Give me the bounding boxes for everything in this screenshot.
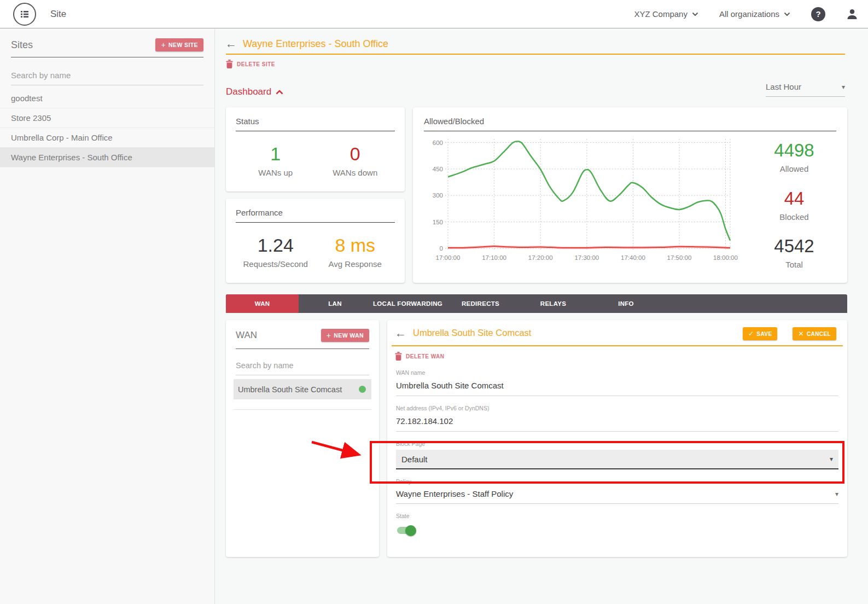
- wan-search-input[interactable]: [236, 360, 369, 375]
- requests-per-second-value: 1.24: [236, 236, 316, 254]
- wan-name-input[interactable]: [396, 381, 838, 390]
- chevron-up-icon: [276, 90, 283, 95]
- performance-card: Performance 1.24 Requests/Second 8 ms Av…: [226, 199, 405, 283]
- state-toggle-on[interactable]: [397, 527, 415, 534]
- svg-text:17:00:00: 17:00:00: [436, 254, 461, 261]
- requests-per-second-label: Requests/Second: [236, 259, 316, 269]
- dashboard-toggle[interactable]: Dashboard: [226, 86, 283, 97]
- dashboard-label: Dashboard: [226, 86, 271, 97]
- svg-text:17:10:00: 17:10:00: [482, 254, 506, 261]
- block-page-select[interactable]: Default ▾: [396, 450, 838, 469]
- svg-text:17:50:00: 17:50:00: [667, 254, 692, 261]
- avg-response-value: 8 ms: [316, 236, 395, 254]
- site-list-item[interactable]: Store 2305: [0, 108, 214, 128]
- page: Site XYZ Company All organizations ?: [0, 0, 868, 604]
- site-list-item[interactable]: goodtest: [0, 89, 214, 108]
- wan-list-card: WAN + NEW WAN Umbrella South Site Comcas…: [226, 320, 379, 557]
- time-range-select[interactable]: Last Hour ▾: [766, 82, 845, 97]
- delete-site-button[interactable]: DELETE SITE: [226, 60, 275, 68]
- sites-search: [11, 69, 203, 85]
- page-title: Site: [50, 9, 66, 20]
- help-icon[interactable]: ?: [811, 7, 825, 21]
- wan-search: [236, 360, 369, 375]
- site-list-item-selected[interactable]: Wayne Enterprises - South Office: [0, 148, 214, 167]
- field-underline: [396, 431, 838, 432]
- status-card-title: Status: [236, 117, 395, 126]
- tab-wan[interactable]: WAN: [226, 294, 299, 313]
- topbar: Site XYZ Company All organizations ?: [0, 0, 868, 28]
- net-address-input[interactable]: [396, 416, 838, 426]
- toggle-knob: [405, 525, 416, 536]
- total-label: Total: [774, 260, 814, 269]
- performance-card-title: Performance: [236, 208, 395, 217]
- site-title-underline: [226, 54, 845, 55]
- time-range-value: Last Hour: [766, 82, 801, 91]
- svg-text:450: 450: [433, 166, 443, 172]
- wan-back-button[interactable]: ←: [395, 327, 406, 339]
- caret-down-icon: ▾: [835, 490, 838, 498]
- site-tabs: WAN LAN LOCAL FORWARDING REDIRECTS RELAY…: [226, 294, 847, 313]
- tab-lan[interactable]: LAN: [299, 294, 371, 313]
- main-menu-button[interactable]: [13, 3, 36, 26]
- chart-summary: 4498 Allowed 44 Blocked 4542 Total: [752, 133, 836, 275]
- net-address-label: Net address (IPv4, IPv6 or DynDNS): [396, 405, 838, 411]
- wan-list-item-selected[interactable]: Umbrella South Site Comcast: [234, 379, 371, 399]
- card-title-divider: [236, 222, 395, 223]
- sites-sidebar: Sites + NEW SITE goodtest Store 2305 Umb…: [0, 29, 215, 604]
- wans-up-value: 1: [236, 144, 316, 163]
- policy-select[interactable]: Wayne Enterprises - Staff Policy ▾: [396, 489, 838, 504]
- allowed-total-label: Allowed: [774, 164, 814, 173]
- caret-down-icon: ▾: [830, 455, 833, 463]
- wan-detail-title: Umbrella South Site Comcast: [413, 328, 531, 338]
- policy-value: Wayne Enterprises - Staff Policy: [396, 489, 513, 498]
- policy-label: Policy: [396, 478, 838, 485]
- company-selector[interactable]: XYZ Company: [634, 9, 698, 19]
- new-wan-button[interactable]: + NEW WAN: [321, 329, 369, 342]
- topbar-right: XYZ Company All organizations ?: [634, 7, 858, 21]
- caret-down-icon: ▾: [842, 83, 845, 91]
- plus-icon: +: [161, 42, 166, 48]
- avg-response-label: Avg Response: [316, 259, 395, 269]
- online-status-dot: [359, 386, 366, 393]
- allowed-total-value: 4498: [774, 141, 814, 159]
- chevron-down-icon: [692, 12, 698, 16]
- chevron-down-icon: [784, 12, 790, 16]
- wan-name-label: WAN name: [396, 369, 838, 376]
- status-card: Status 1 WANs up 0 WANs down: [226, 107, 405, 191]
- tab-redirects[interactable]: REDIRECTS: [444, 294, 517, 313]
- sites-title: Sites: [11, 39, 33, 51]
- allowed-blocked-chart: 015030045060017:00:0017:10:0017:20:0017:…: [424, 133, 752, 275]
- allowed-blocked-card: Allowed/Blocked 015030045060017:00:0017:…: [413, 107, 847, 283]
- wans-down-label: WANs down: [316, 168, 395, 177]
- cancel-button[interactable]: ✕ CANCEL: [793, 327, 836, 340]
- save-button[interactable]: ✓ SAVE: [743, 327, 778, 340]
- tab-relays[interactable]: RELAYS: [517, 294, 590, 313]
- list-menu-icon: [20, 10, 29, 18]
- svg-text:0: 0: [440, 245, 443, 252]
- wans-down-value: 0: [316, 144, 395, 163]
- chart-title: Allowed/Blocked: [424, 117, 836, 126]
- block-page-value: Default: [401, 455, 428, 464]
- tab-info[interactable]: INFO: [590, 294, 662, 313]
- svg-text:300: 300: [433, 192, 443, 199]
- tab-local-forwarding[interactable]: LOCAL FORWARDING: [371, 294, 444, 313]
- user-account-icon[interactable]: [846, 8, 858, 20]
- site-title: Wayne Enterprises - South Office: [243, 38, 388, 50]
- blocked-total-label: Blocked: [779, 212, 808, 222]
- svg-text:17:20:00: 17:20:00: [528, 254, 553, 261]
- block-page-label: Block Page: [396, 440, 838, 447]
- delete-site-label: DELETE SITE: [237, 61, 275, 67]
- close-icon: ✕: [798, 330, 803, 338]
- svg-text:17:30:00: 17:30:00: [574, 254, 599, 261]
- sites-search-input[interactable]: [11, 69, 203, 85]
- organization-selector[interactable]: All organizations: [719, 9, 790, 19]
- delete-wan-button[interactable]: DELETE WAN: [395, 352, 843, 361]
- wan-list-divider: [234, 409, 371, 410]
- delete-wan-label: DELETE WAN: [406, 353, 445, 359]
- sites-header-divider: [11, 57, 203, 57]
- trash-icon: [395, 352, 402, 361]
- site-back-button[interactable]: ←: [225, 38, 237, 49]
- wans-up-label: WANs up: [236, 168, 316, 177]
- new-site-button[interactable]: + NEW SITE: [155, 38, 203, 51]
- site-list-item[interactable]: Umbrella Corp - Main Office: [0, 128, 214, 148]
